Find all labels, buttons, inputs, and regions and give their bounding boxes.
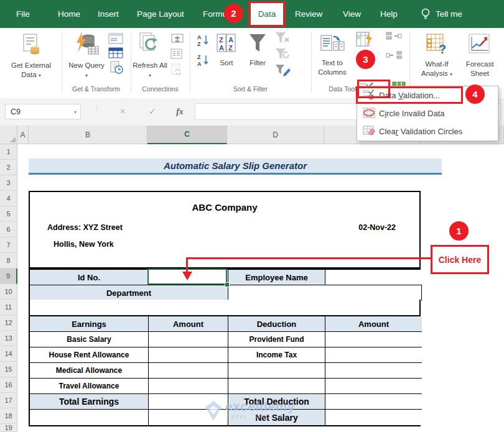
col-header-a[interactable]: A bbox=[17, 126, 29, 144]
tab-insert[interactable]: Insert bbox=[98, 0, 119, 28]
ungroup-icon[interactable] bbox=[386, 50, 402, 63]
tell-me-box[interactable]: Tell me bbox=[436, 0, 462, 28]
row-header-12[interactable]: 12 bbox=[0, 315, 17, 331]
col-header-c[interactable]: C bbox=[147, 126, 227, 144]
new-query-button[interactable]: New Query ▾ bbox=[67, 32, 106, 80]
row-header-1[interactable]: 1 bbox=[0, 144, 17, 160]
row-header-8[interactable]: 8 bbox=[0, 253, 17, 269]
header-amount-1[interactable]: Amount bbox=[149, 316, 228, 332]
cell-provident-fund[interactable]: Provident Fund bbox=[228, 332, 325, 347]
forecast-sheet-button[interactable]: Forecast Sheet bbox=[460, 33, 499, 78]
cell-employee-name-label[interactable]: Employee Name bbox=[228, 270, 325, 285]
cell-income-tax-amount[interactable] bbox=[325, 347, 422, 363]
menu-item-circle-invalid-data[interactable]: Circle Invalid Data bbox=[357, 104, 498, 122]
cell-net-salary-amount[interactable] bbox=[325, 410, 422, 425]
sort-button[interactable]: Z A A Z Sort bbox=[213, 33, 240, 68]
row-header-19[interactable]: 19 bbox=[0, 424, 17, 432]
sort-za-icon[interactable]: Z A bbox=[197, 53, 212, 70]
group-icon[interactable] bbox=[386, 31, 402, 44]
filter-button[interactable]: Filter bbox=[244, 33, 271, 68]
excel-window: File Home Insert Page Layout Formulas Da… bbox=[0, 0, 504, 432]
cell-medical-allowance[interactable]: Medical Allowance bbox=[30, 363, 149, 379]
header-amount-2[interactable]: Amount bbox=[325, 316, 422, 332]
row-header-4[interactable]: 4 bbox=[0, 191, 17, 206]
tab-help[interactable]: Help bbox=[380, 0, 398, 28]
properties-icon[interactable] bbox=[170, 48, 183, 62]
cell-total-deduction-amount[interactable] bbox=[325, 394, 422, 410]
cell-house-rent-amount[interactable] bbox=[149, 347, 228, 363]
row-header-6[interactable]: 6 bbox=[0, 222, 17, 237]
row-header-15[interactable]: 15 bbox=[0, 362, 17, 377]
sort-az-icon[interactable]: A Z bbox=[197, 33, 212, 50]
header-earnings[interactable]: Earnings bbox=[30, 316, 149, 332]
name-box[interactable]: C9 ▾ bbox=[5, 104, 81, 119]
cell-department-label[interactable]: Department bbox=[30, 285, 228, 301]
svg-text:Z: Z bbox=[197, 41, 201, 47]
cell-deduction-4-amount[interactable] bbox=[325, 379, 422, 394]
connections-icon[interactable] bbox=[170, 33, 184, 47]
header-deduction[interactable]: Deduction bbox=[228, 316, 325, 332]
group-separator bbox=[62, 32, 62, 93]
row-header-10[interactable]: 10 bbox=[0, 284, 17, 300]
what-if-analysis-button[interactable]: ? What-If Analysis ▾ bbox=[414, 33, 459, 78]
get-external-data-icon bbox=[6, 33, 56, 59]
cell-basic-salary[interactable]: Basic Salary bbox=[30, 332, 149, 347]
show-queries-icon[interactable] bbox=[108, 33, 123, 47]
exceldemy-watermark: exceldemy EXCEL · DATA · BI bbox=[204, 400, 335, 422]
tab-file[interactable]: File bbox=[16, 0, 30, 28]
get-external-data-button[interactable]: Get External Data ▾ bbox=[6, 33, 56, 80]
row-header-13[interactable]: 13 bbox=[0, 331, 17, 346]
row-header-2[interactable]: 2 bbox=[0, 160, 17, 175]
menu-item-clear-validation-circles[interactable]: Clear Validation Circles bbox=[357, 122, 498, 140]
tab-page-layout[interactable]: Page Layout bbox=[137, 0, 184, 28]
cell-travel-allowance[interactable]: Travel Allowance bbox=[30, 379, 149, 394]
watermark-tagline: EXCEL · DATA · BI bbox=[225, 414, 295, 420]
row-header-16[interactable]: 16 bbox=[0, 377, 17, 393]
tab-review[interactable]: Review bbox=[295, 0, 322, 28]
cell-id-no-label[interactable]: Id No. bbox=[30, 270, 149, 285]
cell-medical-amount[interactable] bbox=[149, 363, 228, 379]
cell-income-tax[interactable]: Income Tax bbox=[228, 347, 325, 363]
select-all-button[interactable] bbox=[0, 126, 17, 144]
flash-fill-icon[interactable] bbox=[356, 30, 373, 52]
cell-deduction-3-amount[interactable] bbox=[325, 363, 422, 379]
advanced-filter-icon[interactable] bbox=[275, 64, 291, 80]
col-header-b[interactable]: B bbox=[29, 126, 147, 144]
recent-sources-icon[interactable] bbox=[110, 61, 123, 77]
cell-basic-salary-amount[interactable] bbox=[149, 332, 228, 347]
row-header-14[interactable]: 14 bbox=[0, 346, 17, 362]
from-table-icon[interactable] bbox=[108, 47, 123, 61]
row-header-17[interactable]: 17 bbox=[0, 393, 17, 408]
svg-text:?: ? bbox=[439, 42, 446, 55]
row-header-9[interactable]: 9 bbox=[0, 269, 17, 284]
cell-department-value[interactable] bbox=[228, 285, 422, 301]
cell-deduction-3[interactable] bbox=[228, 363, 325, 379]
cell-provident-fund-amount[interactable] bbox=[325, 332, 422, 347]
fill-handle[interactable] bbox=[225, 282, 230, 287]
empty-row-11[interactable] bbox=[29, 300, 421, 315]
col-header-d[interactable]: D bbox=[227, 126, 324, 144]
cancel-icon[interactable]: × bbox=[112, 104, 133, 119]
tab-home[interactable]: Home bbox=[58, 0, 80, 28]
annotation-step-1: 1 bbox=[449, 221, 469, 241]
svg-text:Z: Z bbox=[228, 44, 233, 52]
cell-total-earnings[interactable]: Total Earnings bbox=[30, 394, 149, 410]
annotation-step-3: 3 bbox=[356, 50, 375, 69]
cell-house-rent-allowance[interactable]: House Rent Allowance bbox=[30, 347, 149, 363]
row-header-11[interactable]: 11 bbox=[0, 300, 17, 315]
resize-dots[interactable]: ⋮ bbox=[93, 106, 100, 114]
row-header-5[interactable]: 5 bbox=[0, 206, 17, 222]
enter-icon[interactable]: ✓ bbox=[142, 104, 163, 119]
row-header-18[interactable]: 18 bbox=[0, 408, 17, 424]
insert-function-icon[interactable]: fx bbox=[169, 104, 190, 119]
cell-b18[interactable] bbox=[30, 410, 149, 425]
tab-view[interactable]: View bbox=[343, 0, 361, 28]
text-to-columns-button[interactable]: Text to Columns bbox=[312, 33, 352, 77]
cell-deduction-4[interactable] bbox=[228, 379, 325, 394]
refresh-all-button[interactable]: Refresh All ▾ bbox=[132, 32, 168, 80]
row-header-7[interactable]: 7 bbox=[0, 237, 17, 253]
row-header-3[interactable]: 3 bbox=[0, 175, 17, 191]
cell-travel-amount[interactable] bbox=[149, 379, 228, 394]
cell-e9[interactable] bbox=[325, 270, 422, 285]
company-city: Hollis, New York bbox=[54, 240, 114, 249]
